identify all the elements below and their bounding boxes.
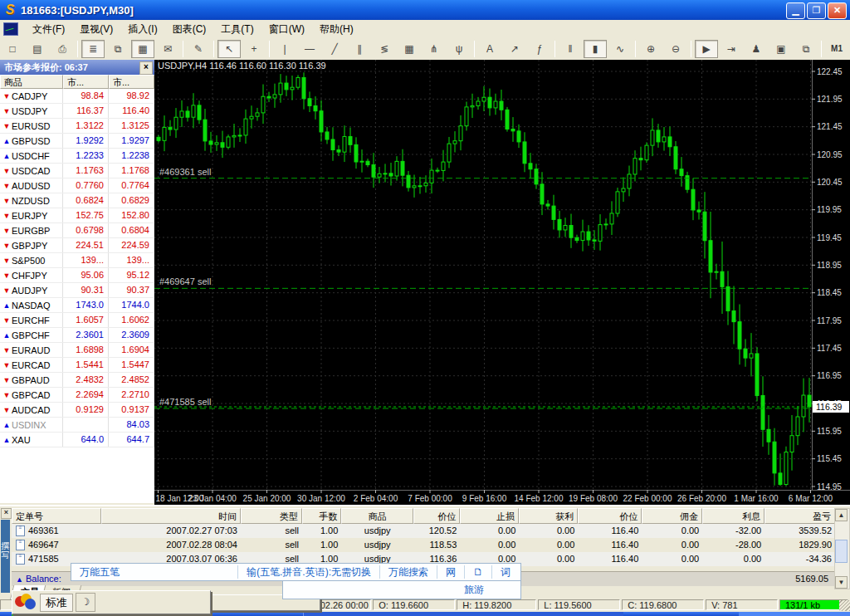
profiles-icon[interactable]: ⧉	[794, 40, 818, 58]
order-row-469647[interactable]: ≡4696472007.02.28 08:04sell1.00usdjpy118…	[12, 538, 835, 552]
grid-tool-icon[interactable]: ▦	[398, 40, 421, 58]
svg-text:116.39: 116.39	[816, 402, 842, 412]
child-window-icon[interactable]	[3, 22, 18, 36]
candlestick-mode-icon[interactable]: ▮	[584, 40, 607, 58]
new-order-icon[interactable]: ✉	[156, 40, 179, 58]
terminal-scrollbar[interactable]: ▲ ▼	[834, 508, 850, 589]
line-chart-mode-icon[interactable]: ∿	[608, 40, 632, 58]
market-watch-close-icon[interactable]: ×	[139, 61, 153, 75]
market-watch-row-GBPCAD[interactable]: ▼GBPCAD2.26942.2710	[0, 388, 154, 403]
market-watch-row-USDCAD[interactable]: ▼USDCAD1.17631.1768	[0, 164, 154, 178]
bar-chart-mode-icon[interactable]: ‖	[559, 40, 582, 58]
market-watch-row-CHFJPY[interactable]: ▼CHFJPY95.0695.12	[0, 268, 154, 283]
crosshair-icon[interactable]: +	[242, 40, 266, 58]
ask-price: 116.40	[109, 104, 154, 118]
zoom-in-icon[interactable]: ⊕	[639, 40, 662, 58]
arrows-icon[interactable]: ↗	[503, 40, 526, 58]
minimize-button[interactable]: ▁	[786, 2, 805, 19]
auto-scroll-icon[interactable]: ▶	[695, 40, 718, 58]
market-watch-icon[interactable]: ≣	[81, 40, 105, 58]
ime-toolbar: 万能五笔输(五笔.拼音.英语):无需切换万能搜索网🗋词	[71, 563, 521, 581]
chart-shift-icon[interactable]: ⇥	[720, 40, 743, 58]
equidistant-channel-icon[interactable]: ∥	[348, 40, 371, 58]
ime-bar-item-3[interactable]: 网	[437, 565, 464, 579]
trendline-icon[interactable]: ╱	[323, 40, 346, 58]
ime-bar-item-2[interactable]: 万能搜索	[380, 565, 437, 579]
svg-text:121.45: 121.45	[817, 122, 843, 131]
market-watch-row-USDINX[interactable]: ▲USDINX84.03	[0, 418, 154, 433]
market-watch-row-AUDJPY[interactable]: ▼AUDJPY90.3190.37	[0, 283, 154, 298]
bid-price: 90.31	[63, 283, 109, 297]
resize-grip[interactable]	[839, 600, 850, 611]
terminal-close-icon[interactable]: ×	[1, 508, 12, 519]
cursor-icon[interactable]: ↖	[217, 40, 241, 58]
menu-item-4[interactable]: 工具(T)	[213, 20, 261, 39]
terminal-icon[interactable]: ▦	[131, 40, 154, 58]
menu-item-0[interactable]: 文件(F)	[25, 20, 72, 39]
ime-bar-item-4[interactable]: 词	[492, 565, 519, 579]
print-icon[interactable]: ⎙	[51, 40, 74, 58]
cycle-lines-icon[interactable]: ψ	[447, 40, 471, 58]
expert-advisors-icon[interactable]: ♟	[745, 40, 768, 58]
navigator-icon[interactable]: ⧉	[106, 40, 129, 58]
vertical-line-icon[interactable]: |	[273, 40, 296, 58]
ime-doc-icon[interactable]: 🗋	[465, 566, 491, 578]
market-watch-row-GBPUSD[interactable]: ▲GBPUSD1.92921.9297	[0, 134, 154, 149]
menu-item-2[interactable]: 插入(I)	[120, 20, 164, 39]
text-label-icon[interactable]: A	[478, 40, 501, 58]
scroll-thumb[interactable]	[835, 540, 848, 563]
fibo-retracement-icon[interactable]: ≶	[373, 40, 396, 58]
svg-text:115.45: 115.45	[817, 454, 842, 463]
market-watch-row-EURAUD[interactable]: ▼EURAUD1.68981.6904	[0, 343, 154, 358]
market-watch-row-AUDCAD[interactable]: ▼AUDCAD0.91290.9137	[0, 403, 154, 418]
market-watch-row-GBPCHF[interactable]: ▲GBPCHF2.36012.3609	[0, 328, 154, 343]
taskbar-task-button[interactable]	[303, 612, 623, 616]
app-logo-icon[interactable]: S	[2, 2, 17, 17]
market-watch-row-XAU[interactable]: ▲XAU644.0644.7	[0, 433, 154, 447]
maximize-button[interactable]: ❐	[807, 2, 826, 19]
ime-moon-icon[interactable]: ☽	[76, 593, 95, 612]
ime-mode-button[interactable]: 标准	[40, 594, 73, 612]
order-row-469361[interactable]: ≡4693612007.02.27 07:03sell1.00usdjpy120…	[12, 524, 835, 538]
status-segment-7: 131/1 kb	[779, 599, 848, 610]
market-watch-row-NZDUSD[interactable]: ▼NZDUSD0.68240.6829	[0, 193, 154, 208]
metaeditor-icon[interactable]: ✎	[187, 40, 210, 58]
zoom-out-icon[interactable]: ⊖	[664, 40, 687, 58]
menu-item-6[interactable]: 帮助(H)	[312, 20, 361, 39]
horizontal-line-icon[interactable]: —	[298, 40, 321, 58]
andrews-pitchfork-icon[interactable]: ⋔	[423, 40, 446, 58]
save-icon[interactable]: ▤	[26, 40, 49, 58]
symbol-name: S&P500	[12, 254, 45, 267]
market-watch-row-GBPAUD[interactable]: ▼GBPAUD2.48322.4852	[0, 373, 154, 388]
market-watch-row-AUDUSD[interactable]: ▼AUDUSD0.77600.7764	[0, 178, 154, 193]
ime-bar-item-1[interactable]: 输(五笔.拼音.英语):无需切换	[238, 565, 379, 579]
down-arrow-icon: ▼	[2, 164, 12, 178]
market-watch-row-EURCHF[interactable]: ▼EURCHF1.60571.6062	[0, 313, 154, 328]
market-watch-row-EURJPY[interactable]: ▼EURJPY152.75152.80	[0, 208, 154, 223]
new-chart-icon[interactable]: □	[1, 40, 24, 58]
market-watch-row-EURGBP[interactable]: ▼EURGBP0.67980.6804	[0, 223, 154, 238]
scroll-down-icon[interactable]: ▼	[835, 576, 848, 589]
market-watch-row-USDJPY[interactable]: ▼USDJPY116.37116.40	[0, 104, 154, 119]
timeframe-m1[interactable]: M1	[825, 40, 848, 58]
market-watch-row-GBPJPY[interactable]: ▼GBPJPY224.51224.59	[0, 238, 154, 253]
symbol-name: USDINX	[12, 418, 46, 432]
market-watch-row-CADJPY[interactable]: ▼CADJPY98.8498.92	[0, 89, 154, 104]
ime-suggestion[interactable]: 旅游	[464, 584, 484, 595]
market-watch-row-EURUSD[interactable]: ▼EURUSD1.31221.3125	[0, 119, 154, 134]
market-watch-row-S&P500[interactable]: ▼S&P500139...139...	[0, 253, 154, 268]
price-chart[interactable]: #469361 sell#469647 sell#471585 sell122.…	[154, 60, 850, 505]
menu-item-3[interactable]: 图表(C)	[165, 20, 214, 39]
market-watch-row-USDCHF[interactable]: ▲USDCHF1.22331.2238	[0, 149, 154, 164]
menu-item-1[interactable]: 显视(V)	[72, 20, 120, 39]
close-button[interactable]: ✕	[828, 2, 847, 19]
menu-item-5[interactable]: 窗口(W)	[261, 20, 312, 39]
window-title: 181663:[USDJPY,M30]	[21, 4, 134, 17]
ime-bar-item-0[interactable]: 万能五笔	[71, 565, 237, 579]
ime-writing-pad-strip[interactable]: 撰写	[1, 520, 10, 593]
new-chart-window-icon[interactable]: ▣	[769, 40, 793, 58]
indicators-icon[interactable]: ƒ	[528, 40, 551, 58]
scroll-up-icon[interactable]: ▲	[835, 509, 848, 521]
market-watch-row-NASDAQ[interactable]: ▲NASDAQ1743.01744.0	[0, 298, 154, 313]
market-watch-row-EURCAD[interactable]: ▼EURCAD1.54411.5447	[0, 358, 154, 373]
